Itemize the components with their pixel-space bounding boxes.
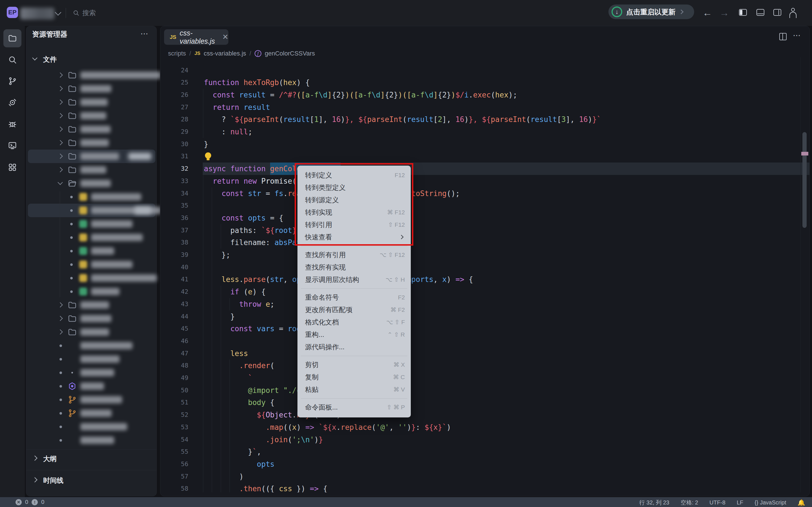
context-menu-item[interactable]: 源代码操作... bbox=[297, 341, 411, 353]
code-line[interactable]: 54 .join(';\n')} bbox=[160, 434, 810, 446]
eol[interactable]: LF bbox=[737, 499, 743, 506]
code-line[interactable]: 43 throw e; bbox=[160, 298, 810, 311]
context-menu-item[interactable]: 格式化文档⌥ ⇧ F bbox=[297, 316, 411, 328]
outline-section-header[interactable]: 大纲 bbox=[26, 452, 156, 465]
split-editor-icon[interactable] bbox=[779, 33, 786, 40]
tab-close-icon[interactable]: ✕ bbox=[222, 33, 229, 41]
context-menu-item[interactable]: 查找所有引用⌥ ⇧ F12 bbox=[297, 249, 411, 261]
context-menu-item[interactable]: 显示调用层次结构⌥ ⇧ H bbox=[297, 274, 411, 286]
breadcrumb-dir[interactable]: scripts bbox=[168, 50, 186, 57]
code-line[interactable]: 37 paths: `${root}`, bbox=[160, 224, 810, 237]
tree-file[interactable] bbox=[28, 244, 155, 258]
code-line[interactable]: 32async function genColorCSSVars() { bbox=[160, 163, 810, 175]
tree-file[interactable] bbox=[28, 204, 155, 217]
timeline-section-header[interactable]: 时间线 bbox=[26, 473, 156, 487]
code-line[interactable]: 46 bbox=[160, 335, 810, 347]
code-line[interactable]: 27 return result bbox=[160, 101, 810, 114]
code-line[interactable]: 47 less bbox=[160, 347, 810, 360]
scrollbar-thumb[interactable] bbox=[802, 132, 807, 228]
code-line[interactable]: 34 const str = fs.readFileSync(absColors… bbox=[160, 187, 810, 200]
tree-folder[interactable] bbox=[28, 150, 155, 163]
code-line[interactable]: 41 less.parse(str, opts, (e, root, optio… bbox=[160, 273, 810, 286]
toggle-bottom-panel-icon[interactable] bbox=[756, 9, 764, 16]
tree-file[interactable] bbox=[28, 434, 155, 447]
code-line[interactable]: 51 body { bbox=[160, 396, 810, 409]
code-line[interactable]: 44 } bbox=[160, 311, 810, 323]
tree-file[interactable] bbox=[28, 231, 155, 244]
toggle-left-panel-icon[interactable] bbox=[739, 9, 747, 16]
project-chevron-down-icon[interactable] bbox=[55, 9, 61, 16]
activity-terminal-icon[interactable] bbox=[3, 136, 21, 154]
code-line[interactable]: 40 bbox=[160, 261, 810, 274]
code-line[interactable]: 33 return new Promise((resolve) => { bbox=[160, 175, 810, 187]
code-line[interactable]: 49 ` bbox=[160, 372, 810, 384]
tree-folder[interactable] bbox=[28, 312, 155, 325]
tree-file[interactable] bbox=[28, 217, 155, 231]
activity-debug-icon[interactable] bbox=[3, 115, 21, 133]
tree-file[interactable] bbox=[28, 379, 155, 393]
code-line[interactable]: 38 filename: absPath, bbox=[160, 236, 810, 249]
activity-remote-icon[interactable] bbox=[3, 94, 21, 112]
code-line[interactable]: 29 : null; bbox=[160, 126, 810, 138]
breadcrumb-file[interactable]: css-variables.js bbox=[204, 50, 246, 57]
toggle-right-panel-icon[interactable] bbox=[773, 9, 781, 16]
context-menu-item[interactable]: 重构...⌃ ⇧ R bbox=[297, 328, 411, 341]
tree-file[interactable] bbox=[28, 406, 155, 420]
errors-icon[interactable]: ✕ bbox=[15, 499, 22, 505]
activity-search-icon[interactable] bbox=[3, 51, 21, 69]
tree-folder[interactable] bbox=[28, 163, 155, 177]
sidebar-more-actions[interactable]: ⋯ bbox=[140, 29, 149, 38]
code-line[interactable]: 56 opts bbox=[160, 458, 810, 470]
context-menu-item[interactable]: 复制⌘ C bbox=[297, 371, 411, 383]
activity-extensions-icon[interactable] bbox=[3, 158, 21, 176]
warnings-count[interactable]: 0 bbox=[41, 499, 44, 505]
account-icon[interactable] bbox=[789, 8, 797, 16]
code-line[interactable]: 31 bbox=[160, 150, 810, 163]
tree-folder[interactable] bbox=[28, 122, 155, 136]
tree-folder[interactable] bbox=[28, 109, 155, 122]
project-name-blurred[interactable] bbox=[20, 8, 54, 19]
notifications-bell-icon[interactable]: 🔔 bbox=[798, 499, 805, 506]
tree-file[interactable] bbox=[28, 271, 155, 285]
warnings-icon[interactable]: ! bbox=[32, 499, 38, 505]
code-line[interactable]: 30} bbox=[160, 138, 810, 151]
tree-file[interactable] bbox=[28, 393, 155, 406]
tree-folder[interactable] bbox=[28, 68, 155, 82]
tab-css-variables[interactable]: JS css-variables.js ✕ bbox=[164, 29, 229, 45]
context-menu-item[interactable]: 重命名符号F2 bbox=[297, 291, 411, 304]
code-line[interactable]: 25function hexToRgb(hex) { bbox=[160, 76, 810, 89]
code-line[interactable]: 36 const opts = { bbox=[160, 212, 810, 224]
cursor-position[interactable]: 行 32, 列 23 bbox=[639, 499, 669, 506]
code-line[interactable]: 28 ? `${parseInt(result[1], 16)}, ${pars… bbox=[160, 113, 810, 126]
code-line[interactable]: 52 ${Object.keys(vars) bbox=[160, 409, 810, 421]
code-line[interactable]: 45 const vars = root.variables(); bbox=[160, 323, 810, 335]
restart-to-update-button[interactable]: ↓ 点击重启以更新 bbox=[608, 4, 694, 19]
tree-folder[interactable] bbox=[28, 298, 155, 312]
code-line[interactable]: 57 ) bbox=[160, 470, 810, 483]
search-box[interactable]: 搜索 bbox=[73, 8, 96, 17]
code-line[interactable]: 39 }; bbox=[160, 249, 810, 261]
language-mode[interactable]: {} JavaScript bbox=[755, 499, 786, 506]
context-menu-item[interactable]: 更改所有匹配项⌘ F2 bbox=[297, 304, 411, 316]
nav-back-button[interactable]: ← bbox=[703, 7, 712, 18]
tree-file[interactable] bbox=[28, 366, 155, 379]
tree-folder[interactable] bbox=[28, 177, 155, 190]
code-line[interactable]: 58 .then(({ css }) => { bbox=[160, 483, 810, 492]
context-menu-item[interactable]: 粘贴⌘ V bbox=[297, 383, 411, 396]
files-section-header[interactable]: 文件 bbox=[26, 52, 156, 66]
app-logo[interactable]: EP bbox=[7, 7, 18, 18]
nav-forward-button[interactable]: → bbox=[719, 7, 729, 18]
tree-file[interactable] bbox=[28, 339, 155, 352]
tree-folder[interactable] bbox=[28, 136, 155, 150]
context-menu-item[interactable]: 剪切⌘ X bbox=[297, 358, 411, 371]
code-line[interactable]: 53 .map((x) => `${x.replace('@', '')}: $… bbox=[160, 421, 810, 434]
activity-explorer-icon[interactable] bbox=[3, 29, 21, 47]
editor-more-actions[interactable]: ⋯ bbox=[793, 31, 802, 40]
code-line[interactable]: 55 }`, bbox=[160, 446, 810, 458]
tree-file[interactable] bbox=[28, 258, 155, 271]
code-line[interactable]: 35 bbox=[160, 200, 810, 212]
code-line[interactable]: 24 bbox=[160, 64, 810, 76]
tree-file[interactable] bbox=[28, 190, 155, 204]
tree-folder[interactable] bbox=[28, 325, 155, 339]
code-line[interactable]: 42 if (e) { bbox=[160, 286, 810, 298]
